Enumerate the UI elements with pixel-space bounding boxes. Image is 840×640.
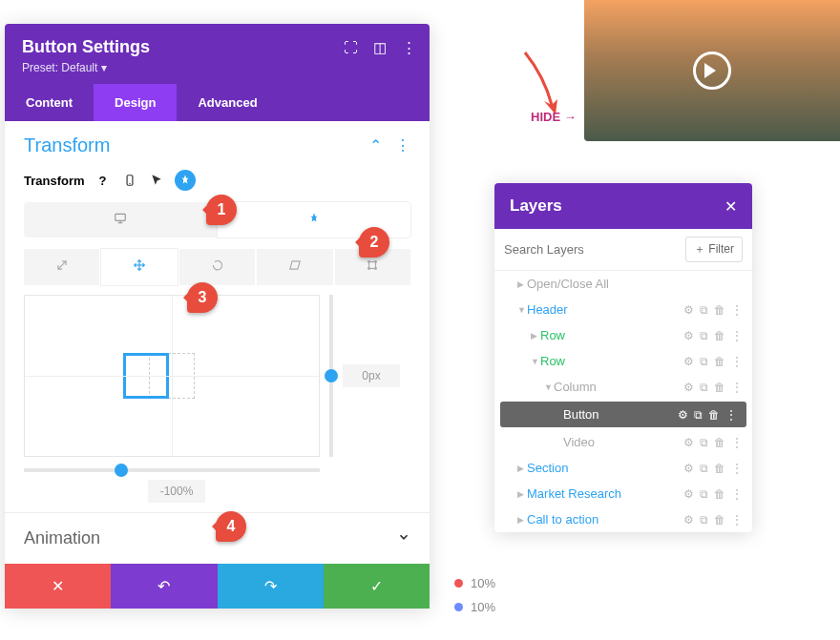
settings-header: Button Settings Preset: Default ▾ ⛶ ◫ ⋮ <box>5 24 430 84</box>
callout-3: 3 <box>187 282 218 313</box>
duplicate-icon: ⧉ <box>700 303 708 317</box>
mode-scale[interactable] <box>24 249 99 285</box>
hide-link[interactable]: HIDE → <box>531 110 577 124</box>
more-vert-icon: ⋮ <box>731 487 743 501</box>
duplicate-icon: ⧉ <box>700 462 708 475</box>
expand-icon[interactable]: ⛶ <box>344 39 358 56</box>
chevron-down-icon <box>397 530 410 547</box>
layer-header[interactable]: ▼Header⚙⧉🗑⋮ <box>494 297 752 322</box>
legend-dot-red <box>454 579 463 588</box>
trash-icon: 🗑 <box>714 355 725 368</box>
duplicate-icon: ⧉ <box>700 513 708 526</box>
callout-2: 2 <box>359 227 389 258</box>
section-title-transform: Transform <box>24 134 110 156</box>
pin-icon[interactable] <box>175 170 196 191</box>
layer-market-research[interactable]: ▶Market Research⚙⧉🗑⋮ <box>494 481 752 506</box>
help-icon[interactable]: ? <box>94 172 112 189</box>
layer-open-close[interactable]: ▶Open/Close All <box>494 271 752 297</box>
save-button[interactable]: ✓ <box>324 564 430 609</box>
transform-grid[interactable] <box>24 295 320 457</box>
footer-actions: ✕ ↶ ↷ ✓ <box>5 564 430 609</box>
vslider-knob[interactable] <box>325 369 338 382</box>
horizontal-slider[interactable] <box>24 468 320 472</box>
more-vert-icon: ⋮ <box>731 462 743 475</box>
callout-1: 1 <box>206 195 237 225</box>
trash-icon: 🗑 <box>714 436 725 449</box>
desktop-toggle[interactable] <box>24 202 218 237</box>
undo-button[interactable]: ↶ <box>111 564 217 609</box>
preset-dropdown[interactable]: Preset: Default ▾ <box>22 61 412 74</box>
more-vert-icon: ⋮ <box>731 329 743 342</box>
more-vert-icon: ⋮ <box>731 513 743 526</box>
vertical-slider[interactable] <box>329 295 333 457</box>
transform-section: Transform ⌃ ⋮ Transform ? <box>5 121 430 512</box>
legend-dot-blue <box>454 603 463 611</box>
layout-icon[interactable]: ◫ <box>373 39 387 56</box>
x-offset-input[interactable] <box>148 480 205 503</box>
trash-icon: 🗑 <box>714 487 725 501</box>
callout-4: 4 <box>216 511 246 542</box>
svg-line-5 <box>58 261 66 269</box>
duplicate-icon: ⧉ <box>700 329 708 342</box>
mobile-icon[interactable] <box>121 172 138 189</box>
mode-rotate[interactable] <box>179 249 255 285</box>
layer-button[interactable]: Button⚙⧉🗑⋮ <box>500 402 746 427</box>
duplicate-icon: ⧉ <box>700 436 708 449</box>
duplicate-icon: ⧉ <box>700 381 708 394</box>
mode-skew[interactable] <box>257 249 332 285</box>
y-offset-input[interactable] <box>343 364 400 387</box>
gear-icon: ⚙ <box>678 408 688 422</box>
hslider-knob[interactable] <box>115 464 128 477</box>
tab-content[interactable]: Content <box>5 84 94 121</box>
layer-row-1[interactable]: ▶Row⚙⧉🗑⋮ <box>494 322 752 348</box>
transform-label: Transform <box>24 174 85 188</box>
mode-translate[interactable] <box>101 249 177 285</box>
tab-design[interactable]: Design <box>94 84 177 121</box>
gear-icon: ⚙ <box>683 355 694 368</box>
more-vert-icon: ⋮ <box>731 303 743 317</box>
gear-icon: ⚙ <box>683 462 694 475</box>
gear-icon: ⚙ <box>683 436 694 449</box>
trash-icon: 🗑 <box>714 381 725 394</box>
more-vert-icon[interactable]: ⋮ <box>395 136 410 155</box>
trash-icon: 🗑 <box>714 329 725 342</box>
play-icon[interactable] <box>693 52 731 90</box>
trash-icon: 🗑 <box>714 513 725 526</box>
redo-button[interactable]: ↷ <box>218 564 324 609</box>
annotation-arrow <box>515 48 563 119</box>
duplicate-icon: ⧉ <box>700 487 708 501</box>
layer-column[interactable]: ▼Column⚙⧉🗑⋮ <box>494 374 752 400</box>
svg-point-12 <box>375 268 377 270</box>
cursor-icon[interactable] <box>148 172 165 189</box>
transform-handle[interactable] <box>123 353 169 399</box>
animation-title: Animation <box>24 528 100 548</box>
chevron-up-icon[interactable]: ⌃ <box>369 136 382 155</box>
duplicate-icon: ⧉ <box>700 355 708 368</box>
more-vert-icon: ⋮ <box>725 408 737 422</box>
svg-point-10 <box>375 261 377 263</box>
cancel-button[interactable]: ✕ <box>5 564 111 609</box>
more-vert-icon: ⋮ <box>731 436 743 449</box>
settings-tabs: Content Design Advanced <box>5 84 430 121</box>
layer-video[interactable]: Video⚙⧉🗑⋮ <box>494 429 752 455</box>
gear-icon: ⚙ <box>683 303 694 317</box>
chevron-down-icon: ▾ <box>101 61 107 74</box>
legend: 10% 10% <box>454 576 495 624</box>
layer-row-2[interactable]: ▼Row⚙⧉🗑⋮ <box>494 348 752 374</box>
layer-section[interactable]: ▶Section⚙⧉🗑⋮ <box>494 455 752 481</box>
svg-point-9 <box>368 261 370 263</box>
more-vert-icon[interactable]: ⋮ <box>402 39 416 56</box>
more-vert-icon: ⋮ <box>731 381 743 394</box>
gear-icon: ⚙ <box>683 513 694 526</box>
filter-button[interactable]: ＋ Filter <box>685 237 743 262</box>
video-preview[interactable] <box>584 0 840 141</box>
gear-icon: ⚙ <box>683 329 694 342</box>
trash-icon: 🗑 <box>708 408 720 422</box>
layers-search-input[interactable] <box>504 237 678 262</box>
close-icon[interactable]: ✕ <box>724 197 737 216</box>
more-vert-icon: ⋮ <box>731 355 743 368</box>
layer-cta[interactable]: ▶Call to action⚙⧉🗑⋮ <box>494 506 752 532</box>
tab-advanced[interactable]: Advanced <box>177 84 278 121</box>
svg-rect-8 <box>369 262 376 269</box>
layers-panel: Layers ✕ ＋ Filter ▶Open/Close All ▼Heade… <box>494 183 752 532</box>
